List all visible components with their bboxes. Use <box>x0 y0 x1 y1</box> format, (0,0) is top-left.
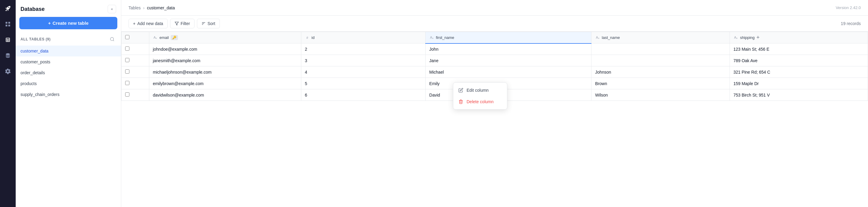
row-checkbox[interactable] <box>125 92 129 96</box>
row-checkbox[interactable] <box>125 81 129 85</box>
filter-icon <box>175 22 179 26</box>
cell-last-name: Brown <box>591 78 730 89</box>
sort-label: Sort <box>208 21 215 26</box>
all-tables-header: ALL TABLES (9) <box>16 33 121 46</box>
grid-icon[interactable] <box>3 19 13 29</box>
cell-last-name <box>591 55 730 66</box>
cell-id: 4 <box>301 66 426 78</box>
cell-shipping: 789 Oak Ave <box>730 55 868 66</box>
key-badge: 🔑 <box>171 35 178 40</box>
cell-id: 2 <box>301 43 426 55</box>
table-header-row: Aₐ email 🔑 # id Aₐ <box>122 32 868 43</box>
lname-type-icon: Aₐ <box>595 35 600 40</box>
delete-column-label: Delete column <box>467 99 494 104</box>
table-item-customer-posts[interactable]: customer_posts <box>16 56 121 67</box>
cell-shipping: 321 Pine Rd; 654 C <box>730 66 868 78</box>
delete-icon <box>458 99 464 105</box>
email-type-icon: Aₐ <box>153 35 158 40</box>
row-checkbox[interactable] <box>125 58 129 62</box>
delete-column-item[interactable]: Delete column <box>453 96 507 108</box>
cell-email: emilybrown@example.com <box>149 78 301 89</box>
col-header-shipping[interactable]: Aₐ shipping + <box>730 32 868 43</box>
row-checkbox[interactable] <box>125 47 129 51</box>
filter-label: Filter <box>181 21 190 26</box>
collapse-button[interactable]: « <box>108 5 116 13</box>
settings-icon[interactable] <box>3 66 13 76</box>
all-tables-label: ALL TABLES (9) <box>21 37 51 41</box>
col-header-id[interactable]: # id <box>301 32 426 43</box>
sort-icon <box>202 22 206 26</box>
table-row: johndoe@example.com 2 John 123 Main St; … <box>122 43 868 55</box>
cell-first-name: Michael <box>426 66 591 78</box>
rocket-icon[interactable] <box>3 4 13 13</box>
add-icon: + <box>133 21 135 26</box>
cell-first-name: John <box>426 43 591 55</box>
breadcrumb-tables[interactable]: Tables <box>128 5 141 10</box>
svg-marker-1 <box>175 22 179 25</box>
fname-type-icon: Aₐ <box>429 35 434 40</box>
cell-id: 3 <box>301 55 426 66</box>
cell-shipping: 753 Birch St; 951 V <box>730 89 868 101</box>
cell-id: 5 <box>301 78 426 89</box>
sidebar: Database « + Create new table ALL TABLES… <box>16 0 121 207</box>
table-row: michaeljohnson@example.com 4 Michael Joh… <box>122 66 868 78</box>
create-table-icon: + <box>48 21 51 26</box>
table-wrapper: Aₐ email 🔑 # id Aₐ <box>121 32 868 207</box>
col-label-id: id <box>312 35 315 40</box>
cell-last-name <box>591 43 730 55</box>
table-row: janesmith@example.com 3 Jane 789 Oak Ave <box>122 55 868 66</box>
cell-first-name: Emily <box>426 78 591 89</box>
cell-email: michaeljohnson@example.com <box>149 66 301 78</box>
col-label-last-name: last_name <box>602 35 620 40</box>
create-table-button[interactable]: + Create new table <box>19 17 117 29</box>
version-label: Version 2.42.0 <box>836 5 861 10</box>
select-all-checkbox[interactable] <box>125 35 129 39</box>
col-label-shipping: shipping <box>740 35 754 40</box>
breadcrumb: Tables › customer_data <box>128 5 175 10</box>
col-header-last-name[interactable]: Aₐ last_name <box>591 32 730 43</box>
database-icon[interactable] <box>3 51 13 60</box>
edit-column-label: Edit column <box>467 88 489 93</box>
sidebar-header: Database « <box>16 0 121 17</box>
icon-rail <box>0 0 16 207</box>
cell-shipping: 123 Main St; 456 E <box>730 43 868 55</box>
col-label-first-name: first_name <box>436 35 454 40</box>
table-item-supply-chain-orders[interactable]: supply_chain_orders <box>16 89 121 100</box>
cell-email: davidwilson@example.com <box>149 89 301 101</box>
create-table-label: Create new table <box>53 21 88 26</box>
cell-email: johndoe@example.com <box>149 43 301 55</box>
cell-id: 6 <box>301 89 426 101</box>
cell-shipping: 159 Maple Dr <box>730 78 868 89</box>
table-item-products[interactable]: products <box>16 78 121 89</box>
sidebar-title: Database <box>21 6 44 12</box>
toolbar: + Add new data Filter Sort 19 records <box>121 16 868 32</box>
cell-first-name: Jane <box>426 55 591 66</box>
edit-column-item[interactable]: Edit column <box>453 85 507 96</box>
records-count: 19 records <box>841 21 861 26</box>
filter-button[interactable]: Filter <box>170 19 194 28</box>
sort-button[interactable]: Sort <box>197 19 220 28</box>
table-list: customer_data customer_posts order_detai… <box>16 46 121 207</box>
row-checkbox[interactable] <box>125 69 129 73</box>
table-icon[interactable] <box>3 35 13 45</box>
checkbox-header <box>122 32 149 43</box>
topbar: Tables › customer_data Version 2.42.0 <box>121 0 868 16</box>
shipping-type-icon: Aₐ <box>734 35 738 40</box>
table-item-customer-data[interactable]: customer_data <box>16 46 121 56</box>
breadcrumb-separator: › <box>143 5 145 10</box>
edit-icon <box>458 88 464 93</box>
cell-last-name: Johnson <box>591 66 730 78</box>
breadcrumb-current: customer_data <box>147 5 175 10</box>
add-new-data-button[interactable]: + Add new data <box>128 19 168 28</box>
col-label-email: email <box>159 35 169 40</box>
col-header-email[interactable]: Aₐ email 🔑 <box>149 32 301 43</box>
svg-point-0 <box>111 37 114 41</box>
col-header-first-name[interactable]: Aₐ first_name <box>426 32 591 43</box>
main-content: Tables › customer_data Version 2.42.0 + … <box>121 0 868 207</box>
table-item-order-details[interactable]: order_details <box>16 67 121 78</box>
add-column-button[interactable]: + <box>756 34 760 41</box>
toolbar-left: + Add new data Filter Sort <box>128 19 220 28</box>
cell-last-name: Wilson <box>591 89 730 101</box>
search-tables-button[interactable] <box>108 35 116 43</box>
context-menu: Edit column Delete column <box>453 82 507 110</box>
